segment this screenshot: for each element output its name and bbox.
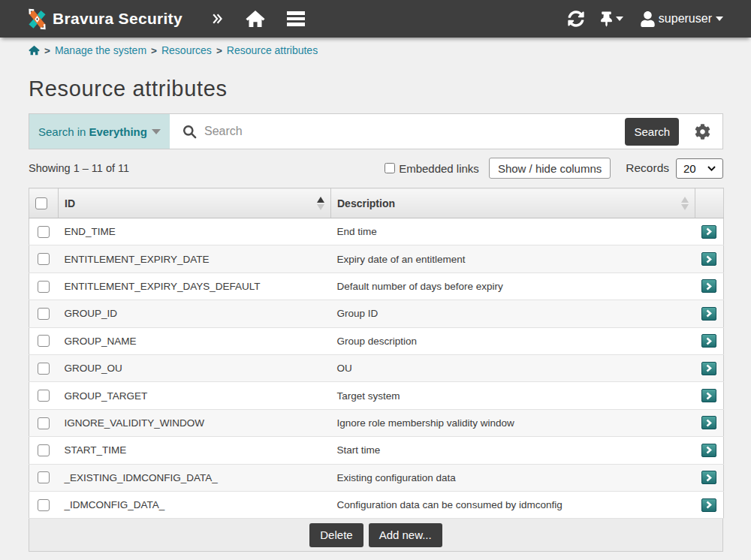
double-chevron-right-icon (213, 14, 222, 24)
table-row: START_TIME Start time (29, 437, 724, 464)
page-title: Resource attributes (29, 77, 722, 101)
row-description-cell: Target system (331, 382, 695, 409)
caret-down-icon (616, 17, 623, 21)
top-navigation-bar: Bravura Security superuser (0, 0, 751, 38)
pushpin-icon (601, 11, 612, 27)
breadcrumb-link-manage-the-system[interactable]: Manage the system (55, 44, 146, 56)
breadcrumb-link-resource-attributes[interactable]: Resource attributes (227, 44, 318, 56)
row-checkbox[interactable] (38, 417, 50, 429)
row-checkbox[interactable] (38, 444, 50, 456)
search-field (170, 114, 625, 149)
bravura-logo-icon (27, 8, 47, 31)
refresh-icon (568, 11, 584, 27)
home-icon (29, 45, 40, 56)
user-menu-button[interactable]: superuser (641, 11, 723, 27)
brand-logo[interactable]: Bravura Security (27, 8, 182, 31)
table-row: GROUP_ID Group ID (29, 300, 724, 327)
row-id-cell: _IDMCONFIG_DATA_ (59, 491, 331, 518)
row-open-button[interactable] (701, 389, 716, 402)
row-checkbox[interactable] (38, 363, 50, 375)
row-checkbox[interactable] (38, 308, 50, 320)
table-row: IGNORE_VALIDITY_WINDOW Ignore role membe… (29, 409, 724, 436)
breadcrumb: > Manage the system > Resources > Resour… (0, 38, 751, 62)
list-controls: Showing 1 – 11 of 11 Embedded links Show… (29, 158, 723, 179)
row-description-cell: Start time (331, 437, 695, 464)
row-checkbox[interactable] (38, 471, 50, 483)
row-id-cell: GROUP_NAME (59, 327, 331, 354)
table-row: GROUP_OU OU (29, 354, 724, 381)
search-scope-dropdown[interactable]: Search inEverything (29, 114, 170, 149)
sort-icon (681, 197, 689, 210)
row-id-cell: IGNORE_VALIDITY_WINDOW (59, 409, 331, 436)
expand-nav-button[interactable] (213, 14, 222, 24)
row-open-button[interactable] (701, 362, 716, 375)
row-description-cell: Ignore role membership validity window (331, 409, 695, 436)
row-checkbox[interactable] (38, 390, 50, 402)
table-row: _EXISTING_IDMCONFIG_DATA_ Existing confi… (29, 464, 724, 491)
caret-down-icon (152, 129, 161, 134)
home-button[interactable] (246, 10, 265, 28)
refresh-button[interactable] (568, 11, 584, 27)
row-id-cell: END_TIME (59, 218, 331, 245)
pin-menu-button[interactable] (601, 11, 623, 27)
chevron-right-icon (705, 364, 713, 372)
chevron-right-icon (705, 255, 713, 263)
table-row: ENTITLEMENT_EXPIRY_DAYS_DEFAULT Default … (29, 272, 724, 300)
row-checkbox[interactable] (38, 499, 50, 511)
row-description-cell: Configuration data can be consumed by id… (331, 491, 695, 518)
row-description-cell: Expiry date of an entitlement (331, 245, 695, 272)
show-hide-columns-button[interactable]: Show / hide columns (489, 158, 611, 179)
chevron-right-icon (705, 337, 713, 345)
row-open-button[interactable] (701, 444, 716, 457)
chevron-right-icon (705, 446, 713, 454)
row-id-cell: START_TIME (59, 437, 331, 464)
column-header-id[interactable]: ID (59, 188, 331, 218)
search-input[interactable] (204, 114, 625, 149)
chevron-right-icon (705, 309, 713, 318)
table-header-row: ID Description (29, 188, 724, 218)
delete-button[interactable]: Delete (309, 523, 363, 547)
row-id-cell: _EXISTING_IDMCONFIG_DATA_ (59, 464, 331, 491)
search-settings-button[interactable] (695, 124, 710, 140)
table-row: GROUP_TARGET Target system (29, 382, 724, 409)
row-checkbox[interactable] (38, 253, 50, 265)
row-description-cell: Group ID (331, 300, 695, 327)
row-open-button[interactable] (701, 252, 716, 266)
row-open-button[interactable] (701, 307, 716, 321)
add-new-button[interactable]: Add new... (369, 523, 442, 547)
chevron-right-icon (705, 282, 713, 291)
row-open-button[interactable] (701, 334, 716, 348)
row-checkbox[interactable] (38, 281, 50, 293)
breadcrumb-link-resources[interactable]: Resources (161, 44, 212, 56)
search-icon (182, 125, 197, 139)
row-open-button[interactable] (701, 279, 716, 293)
row-description-cell: OU (331, 354, 695, 381)
menu-icon[interactable] (287, 11, 305, 26)
row-description-cell: Group description (331, 327, 695, 354)
breadcrumb-home-link[interactable] (29, 45, 40, 56)
row-id-cell: GROUP_ID (59, 300, 331, 327)
row-open-button[interactable] (701, 498, 716, 512)
row-open-button[interactable] (701, 471, 716, 484)
row-open-button[interactable] (701, 416, 716, 429)
row-checkbox[interactable] (38, 226, 50, 238)
breadcrumb-separator: > (44, 45, 51, 56)
row-id-cell: GROUP_OU (59, 354, 331, 381)
chevron-right-icon (705, 419, 713, 427)
embedded-links-toggle[interactable]: Embedded links (385, 162, 479, 175)
row-open-button[interactable] (701, 225, 716, 239)
showing-count: Showing 1 – 11 of 11 (29, 162, 129, 174)
column-header-description[interactable]: Description (331, 188, 695, 218)
row-id-cell: ENTITLEMENT_EXPIRY_DATE (59, 245, 331, 272)
select-caret-icon (707, 166, 716, 171)
records-per-page-select[interactable]: 20 (676, 158, 723, 179)
embedded-links-checkbox[interactable] (385, 163, 395, 173)
select-all-checkbox[interactable] (35, 197, 47, 209)
chevron-right-icon (705, 474, 713, 482)
row-description-cell: Existing configuration data (331, 464, 695, 491)
row-checkbox[interactable] (38, 335, 50, 347)
gear-icon (695, 124, 710, 140)
user-icon (641, 11, 655, 27)
search-button[interactable]: Search (625, 118, 679, 146)
chevron-right-icon (705, 227, 713, 236)
